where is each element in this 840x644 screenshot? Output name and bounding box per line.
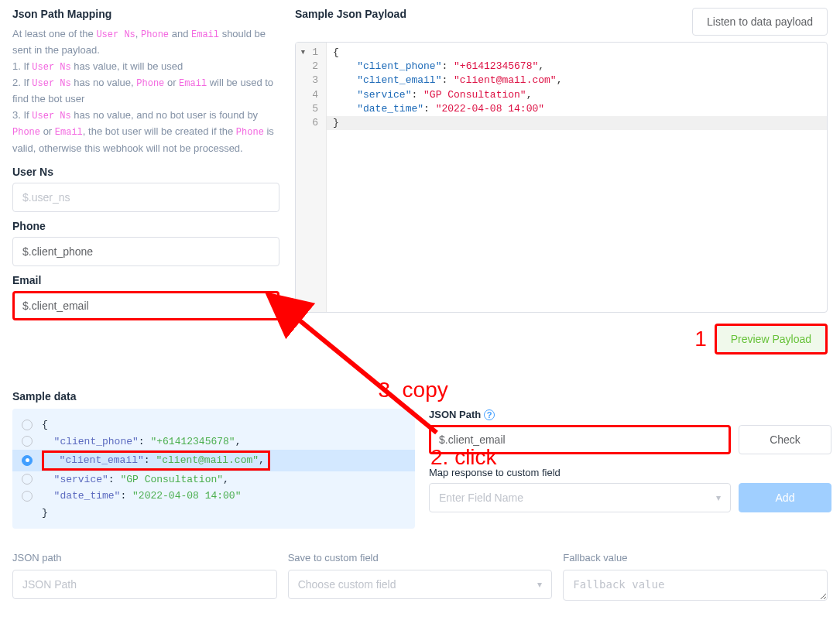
code-editor[interactable]: ▾ 123456 { "client_phone": "+61412345678… (295, 42, 828, 313)
annotation-click: 2. click (430, 445, 497, 470)
annotation-copy: 3. copy (378, 378, 447, 402)
json-path-label: JSON Path (429, 409, 481, 420)
phone-input[interactable] (12, 237, 279, 266)
bottom-custom-label: Save to custom field (288, 552, 553, 564)
help-text: At least one of the User Ns, Phone and E… (12, 26, 279, 156)
listen-button[interactable]: Listen to data payload (692, 8, 828, 36)
field-name-select[interactable]: Enter Field Name ▾ (429, 483, 731, 512)
phone-label: Phone (12, 220, 279, 232)
radio[interactable] (22, 420, 33, 430)
bottom-jsonpath-label: JSON path (12, 552, 277, 564)
sample-line[interactable]: { (22, 416, 406, 433)
radio (22, 507, 33, 518)
email-input[interactable] (12, 291, 279, 320)
sample-line[interactable]: } (22, 505, 406, 522)
bottom-jsonpath-input[interactable] (12, 570, 277, 599)
chevron-down-icon: ▾ (537, 579, 542, 590)
bottom-fallback-input[interactable] (563, 570, 828, 601)
sample-data-title: Sample data (12, 390, 76, 402)
preview-payload-button[interactable]: Preview Payload (715, 324, 828, 355)
userns-label: User Ns (12, 166, 279, 178)
bottom-fallback-label: Fallback value (563, 552, 828, 564)
email-label: Email (12, 274, 279, 286)
bottom-custom-select[interactable]: Choose custom field ▾ (288, 570, 553, 599)
json-path-mapping-title: Json Path Mapping (12, 8, 279, 20)
help-icon[interactable]: ? (484, 409, 495, 420)
sample-line[interactable]: "client_email": "client@mail.com", (12, 450, 415, 471)
radio[interactable] (22, 491, 33, 502)
radio[interactable] (22, 455, 33, 466)
code-body[interactable]: { "client_phone": "+61412345678", "clien… (327, 43, 827, 312)
radio[interactable] (22, 474, 33, 485)
sample-payload-title: Sample Json Payload (295, 8, 406, 20)
sample-line[interactable]: "client_phone": "+61412345678", (22, 433, 406, 450)
userns-input[interactable] (12, 183, 279, 212)
sample-line[interactable]: "service": "GP Consultation", (22, 471, 406, 488)
chevron-down-icon: ▾ (716, 492, 721, 503)
add-button[interactable]: Add (739, 483, 831, 512)
check-button[interactable]: Check (739, 425, 831, 454)
sample-data-box[interactable]: { "client_phone": "+61412345678", "clien… (12, 409, 415, 529)
radio[interactable] (22, 436, 33, 447)
sample-line[interactable]: "date_time": "2022-04-08 14:00" (22, 488, 406, 505)
gutter: ▾ 123456 (296, 43, 327, 312)
annotation-1: 1 (694, 327, 707, 351)
